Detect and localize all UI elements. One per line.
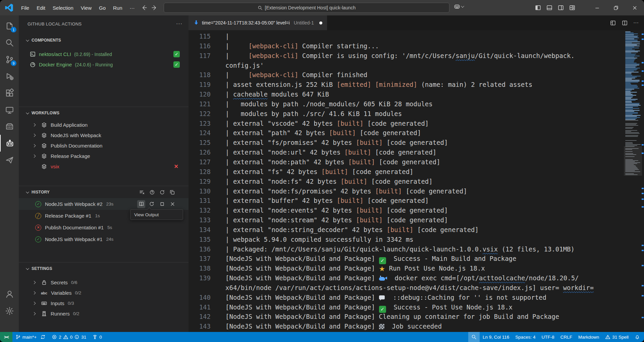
section-components-header[interactable]: COMPONENTS	[19, 36, 189, 44]
component-row[interactable]: Docker Engine(24.0.6) - Running✓	[19, 59, 189, 70]
menu-file[interactable]: File	[17, 0, 33, 15]
command-center-search[interactable]: [Extension Development Host] quick-launc…	[164, 3, 449, 13]
collapse-all-icon[interactable]	[169, 189, 175, 195]
chevron-right-icon[interactable]	[33, 281, 36, 284]
history-row[interactable]: ✕Publish Documentation #15s	[19, 222, 189, 233]
toggle-primary-sidebar-icon[interactable]	[535, 4, 541, 11]
section-settings-header[interactable]: SETTINGS	[19, 265, 189, 273]
component-row[interactable]: nektos/act CLI(0.2.69) - Installed✓	[19, 49, 189, 59]
workflow-remove-icon[interactable]: ✕	[174, 163, 178, 170]
activity-account-icon[interactable]	[0, 286, 19, 302]
chevron-right-icon[interactable]	[33, 302, 36, 305]
problems-item[interactable]: 2 0 31	[49, 332, 89, 342]
workflow-row[interactable]: Release Package	[19, 151, 189, 161]
clear-all-icon[interactable]	[139, 189, 145, 195]
menu-run[interactable]: Run	[109, 0, 126, 15]
menu-edit[interactable]: Edit	[33, 0, 49, 15]
minimap-slider[interactable]	[624, 146, 642, 176]
zoom-indicator[interactable]	[468, 332, 480, 342]
rerun-icon[interactable]	[148, 200, 156, 208]
activity-explorer-icon[interactable]: 1	[0, 17, 19, 34]
sync-icon[interactable]	[40, 334, 46, 340]
menu-overflow[interactable]: ···	[126, 0, 139, 15]
activity-run-debug-icon[interactable]	[0, 68, 19, 84]
minimap-line	[625, 106, 638, 107]
workflow-row[interactable]: Build Application	[19, 120, 189, 130]
chevron-right-icon[interactable]	[33, 312, 36, 316]
toggle-panel-icon[interactable]	[546, 4, 553, 11]
activity-github-local-actions-robot-icon[interactable]	[0, 135, 19, 152]
spell-checker-item[interactable]: 31 Spell	[602, 332, 632, 342]
checked-checkbox-icon[interactable]: ✓	[173, 61, 180, 68]
history-row[interactable]: ✓NodeJS with Webpack #223s	[19, 198, 189, 210]
menu-view[interactable]: View	[77, 0, 95, 15]
stop-icon[interactable]	[158, 200, 166, 208]
editor-line: 138[NodeJS with Webpack/Build and Packag…	[189, 264, 644, 273]
settings-row[interactable]: Secrets0/6	[19, 277, 189, 288]
copilot-menu[interactable]	[453, 3, 464, 10]
section-history-header[interactable]: HISTORY	[19, 188, 189, 196]
workflow-row[interactable]: Publish Documentation	[19, 140, 189, 151]
branch-item[interactable]: main*+	[12, 332, 49, 342]
workflow-row[interactable]: vsix✕	[19, 161, 189, 172]
tab-untitled-1[interactable]: time="2024-11-17T18:32:43-05:00" level=i…	[189, 15, 327, 30]
menu-selection[interactable]: Selection	[49, 0, 77, 15]
eol-item[interactable]: CRLF	[557, 332, 575, 342]
question-icon[interactable]	[149, 189, 155, 195]
section-workflows-header[interactable]: WORKFLOWS	[19, 109, 189, 117]
checked-checkbox-icon[interactable]: ✓	[173, 51, 180, 57]
view-output-icon[interactable]	[137, 200, 145, 208]
menu-go[interactable]: Go	[95, 0, 109, 15]
copilot-icon	[453, 3, 461, 10]
workflow-row[interactable]: NodeJS with Webpack	[19, 130, 189, 140]
activity-source-control-icon[interactable]: 9	[0, 51, 19, 68]
activity-remote-explorer-icon[interactable]	[0, 101, 19, 118]
ports-item[interactable]: 0	[89, 332, 105, 342]
line-number: 117	[189, 51, 211, 61]
tooltip-label: View Output	[134, 212, 159, 217]
settings-row[interactable]: Inputs0/3	[19, 298, 189, 308]
close-button[interactable]	[625, 0, 644, 15]
cursor-position-item[interactable]: Ln 9, Col 116	[480, 332, 512, 342]
restore-button[interactable]	[606, 0, 625, 15]
activity-settings-gear-icon[interactable]	[0, 302, 19, 319]
sidebar-more-actions[interactable]: ···	[176, 21, 182, 27]
encoding-item[interactable]: UTF-8	[538, 332, 557, 342]
activity-extensions-icon[interactable]	[0, 84, 19, 101]
activity-container-icon[interactable]	[0, 118, 19, 135]
toggle-secondary-sidebar-icon[interactable]	[557, 4, 564, 11]
minimap-line	[625, 102, 632, 103]
back-arrow-icon[interactable]	[141, 4, 148, 11]
chevron-right-icon[interactable]	[33, 134, 36, 137]
activity-search-icon[interactable]	[0, 34, 19, 51]
history-row[interactable]: ✓NodeJS with Webpack #124s	[19, 233, 189, 245]
modified-dot-icon[interactable]	[319, 21, 322, 24]
container-icon	[5, 122, 14, 131]
notifications-item[interactable]	[632, 332, 644, 342]
chevron-right-icon[interactable]	[33, 291, 36, 295]
minimap-line	[625, 126, 638, 127]
settings-row[interactable]: abcVariables0/2	[19, 288, 189, 298]
language-mode-item[interactable]: Markdown	[575, 332, 602, 342]
chevron-right-icon[interactable]	[33, 155, 36, 158]
line-number: 126	[189, 148, 211, 157]
minimap[interactable]	[625, 30, 641, 332]
minimap-line	[625, 71, 634, 71]
indentation-item[interactable]: Spaces: 4	[512, 332, 538, 342]
chevron-right-icon[interactable]	[33, 144, 36, 148]
open-changes-icon[interactable]	[610, 20, 616, 26]
activity-deploy-send-icon[interactable]	[0, 152, 19, 168]
chevron-right-icon[interactable]	[33, 123, 36, 127]
minimize-button[interactable]	[588, 0, 606, 15]
forward-arrow-icon[interactable]	[151, 4, 158, 11]
minimap-line	[625, 38, 639, 38]
split-editor-icon[interactable]	[622, 20, 628, 26]
close-icon[interactable]	[168, 200, 176, 208]
remote-indicator[interactable]: ><	[0, 332, 12, 342]
magnifier-icon	[471, 334, 477, 340]
editor-content[interactable]: 115|116| [webpack-cli] Compiler starting…	[189, 30, 644, 332]
more-actions-icon[interactable]: ···	[633, 20, 639, 26]
settings-row[interactable]: Runners0/2	[19, 308, 189, 319]
refresh-icon[interactable]	[159, 189, 165, 195]
customize-layout-icon[interactable]	[569, 4, 576, 11]
